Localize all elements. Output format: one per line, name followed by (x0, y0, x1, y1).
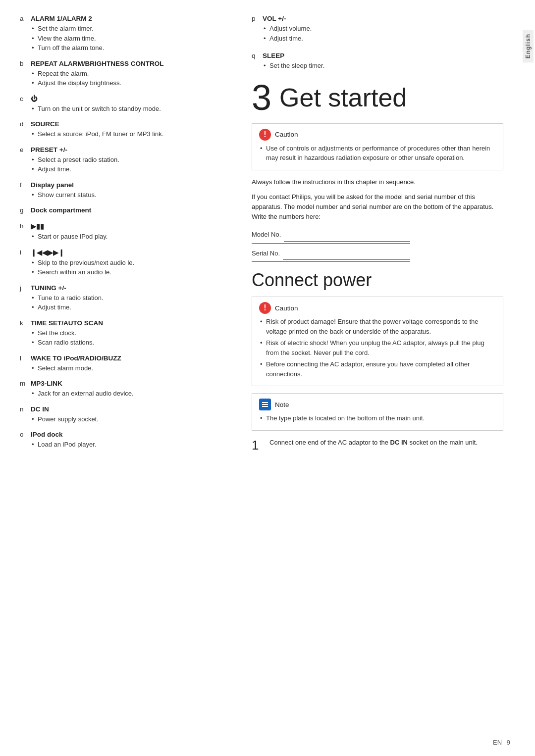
item-title-a: ALARM 1/ALARM 2 (31, 15, 236, 22)
list-item: Search within an audio le. (31, 267, 236, 277)
item-title-k: TIME SET/AUTO SCAN (31, 319, 236, 327)
body-text-2: If you contact Philips, you will be aske… (252, 192, 503, 222)
caution-label-2: Caution (275, 304, 298, 312)
caution-label-1: Caution (275, 131, 298, 138)
list-item: Select a source: iPod, FM tuner or MP3 l… (31, 129, 236, 139)
list-item: Risk of electric shock! When you unplug … (259, 338, 496, 357)
item-letter-k: k (20, 319, 31, 327)
section-title: Get started (279, 85, 407, 110)
item-letter-c: c (20, 95, 31, 102)
item-title-m: MP3-LINK (31, 380, 236, 387)
item-block-n: nDC INPower supply socket. (20, 405, 236, 424)
item-title-d: SOURCE (31, 120, 236, 128)
item-list-f: Show current status. (31, 190, 236, 200)
list-item: Start or pause iPod play. (31, 232, 236, 242)
item-letter-j: j (20, 284, 31, 292)
list-item: Adjust the display brightness. (31, 78, 236, 88)
model-no-label: Model No. (252, 228, 281, 243)
item-list-l: Select alarm mode. (31, 363, 236, 373)
vol-title: VOL +/- (263, 15, 503, 22)
list-item: Select alarm mode. (31, 363, 236, 373)
item-block-e: ePRESET +/-Select a preset radio station… (20, 146, 236, 174)
item-title-g: Dock compartment (31, 206, 236, 214)
item-list-a: Set the alarm timer.View the alarm time.… (31, 24, 236, 53)
section-header: 3 Get started (252, 80, 503, 115)
model-serial-block: Model No. Serial No. (252, 227, 503, 262)
list-item: Turn off the alarm tone. (31, 43, 236, 53)
vol-section: p VOL +/- Adjust volume.Adjust time. (252, 15, 503, 43)
step-1: 1 Connect one end of the AC adaptor to t… (252, 438, 503, 453)
list-item: The type plate is located on the bottom … (259, 413, 496, 423)
body-text-1: Always follow the instructions in this c… (252, 177, 503, 187)
item-title-f: Display panel (31, 181, 236, 189)
item-title-n: DC IN (31, 405, 236, 413)
item-block-j: jTUNING +/-Tune to a radio station.Adjus… (20, 284, 236, 312)
list-item: Adjust time. (31, 302, 236, 312)
item-list-j: Tune to a radio station.Adjust time. (31, 293, 236, 312)
item-block-l: lWAKE TO iPod/RADIO/BUZZSelect alarm mod… (20, 354, 236, 373)
step-1-text-after: socket on the main unit. (408, 439, 478, 446)
item-block-f: fDisplay panelShow current status. (20, 181, 236, 200)
item-list-c: Turn on the unit or switch to standby mo… (31, 104, 236, 114)
step-1-text-bold: DC IN (390, 439, 408, 446)
item-list-n: Power supply socket. (31, 414, 236, 424)
list-item: Select a preset radio station. (31, 155, 236, 165)
model-no-line: Model No. (252, 227, 410, 244)
sleep-title: SLEEP (263, 52, 503, 59)
item-title-l: WAKE TO iPod/RADIO/BUZZ (31, 354, 236, 362)
item-letter-g: g (20, 206, 31, 214)
list-item: Show current status. (31, 190, 236, 200)
note-box: Note The type plate is located on the bo… (252, 393, 503, 431)
list-item: Before connecting the AC adaptor, ensure… (259, 359, 496, 379)
caution-list-2: Risk of product damage! Ensure that the … (259, 317, 496, 379)
model-no-underline (284, 227, 410, 242)
item-title-j: TUNING +/- (31, 284, 236, 292)
caution-icon-1: ! (259, 129, 271, 141)
list-item: Power supply socket. (31, 414, 236, 424)
vol-letter: p (252, 15, 263, 22)
list-item: Repeat the alarm. (31, 69, 236, 79)
item-letter-n: n (20, 405, 31, 413)
item-block-i: i❙◀◀▶▶❙Skip to the previous/next audio l… (20, 249, 236, 277)
caution-header-1: ! Caution (259, 129, 496, 141)
item-letter-h: h (20, 222, 31, 230)
item-letter-e: e (20, 146, 31, 153)
item-letter-l: l (20, 354, 31, 362)
page: English aALARM 1/ALARM 2Set the alarm ti… (0, 0, 535, 756)
item-list-e: Select a preset radio station.Adjust tim… (31, 155, 236, 174)
main-content: aALARM 1/ALARM 2Set the alarm timer.View… (0, 0, 521, 756)
serial-no-line: Serial No. (252, 246, 410, 262)
item-letter-b: b (20, 60, 31, 67)
list-item: Turn on the unit or switch to standby mo… (31, 104, 236, 114)
list-item: Scan radio stations. (31, 338, 236, 348)
caution-icon-2: ! (259, 302, 271, 314)
item-list-o: Load an iPod player. (31, 440, 236, 450)
sleep-content: SLEEP Set the sleep timer. (263, 52, 503, 71)
item-block-g: gDock compartment (20, 206, 236, 215)
item-title-i: ❙◀◀▶▶❙ (31, 249, 236, 256)
item-block-b: bREPEAT ALARM/BRIGHTNESS CONTROLRepeat t… (20, 60, 236, 88)
item-list-d: Select a source: iPod, FM tuner or MP3 l… (31, 129, 236, 139)
list-item: Tune to a radio station. (31, 293, 236, 303)
left-column: aALARM 1/ALARM 2Set the alarm timer.View… (20, 15, 248, 736)
step-1-number: 1 (252, 438, 264, 453)
list-item: Adjust volume. (263, 24, 503, 34)
note-header: Note (259, 399, 496, 410)
list-item: Set the clock. (31, 328, 236, 338)
serial-no-label: Serial No. (252, 247, 280, 262)
item-title-e: PRESET +/- (31, 146, 236, 153)
list-item: View the alarm time. (31, 34, 236, 44)
note-icon (259, 399, 271, 410)
item-title-c: ⏻ (31, 95, 236, 102)
list-item: Adjust time. (31, 164, 236, 174)
item-letter-o: o (20, 431, 31, 438)
item-letter-i: i (20, 249, 31, 256)
item-list-k: Set the clock.Scan radio stations. (31, 328, 236, 348)
side-tab: English (521, 0, 535, 756)
note-list: The type plate is located on the bottom … (259, 413, 496, 423)
list-item: Use of controls or adjustments or perfor… (259, 144, 496, 163)
sleep-letter: q (252, 52, 263, 59)
serial-no-underline (283, 246, 410, 260)
list-item: Jack for an external audio device. (31, 389, 236, 399)
page-footer: EN 9 (490, 739, 510, 746)
